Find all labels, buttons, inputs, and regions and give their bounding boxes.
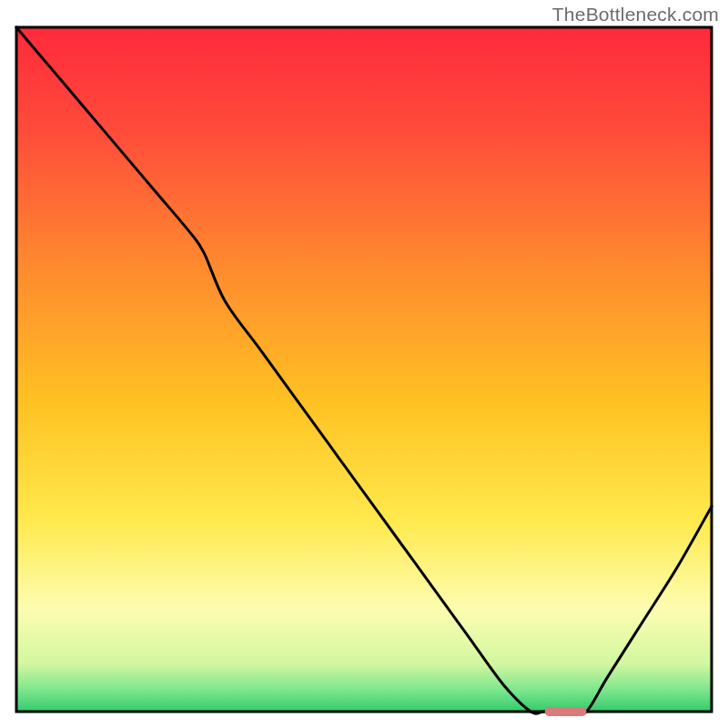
watermark: TheBottleneck.com — [552, 4, 719, 25]
optimum-marker — [545, 707, 587, 716]
chart-container: { "watermark": "TheBottleneck.com", "cha… — [0, 0, 728, 728]
plot-background — [16, 27, 712, 712]
bottleneck-chart — [0, 0, 728, 728]
